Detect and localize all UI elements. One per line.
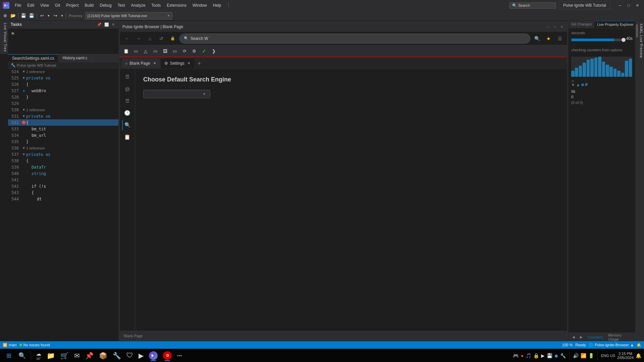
tb-undo-dropdown[interactable]: ▼: [46, 12, 51, 19]
bt2-image-btn[interactable]: 🖼: [161, 47, 169, 55]
tray-notification-icon[interactable]: 🔔: [636, 353, 641, 358]
bt2-settings-btn[interactable]: ⚙: [190, 47, 199, 55]
taskbar-package[interactable]: 📦: [97, 350, 109, 362]
status-notification-bell[interactable]: 🔔: [637, 343, 641, 347]
rp-tab-git[interactable]: Git Changes: [569, 21, 594, 28]
start-button[interactable]: ⊞: [3, 350, 15, 362]
tasks-pin-btn[interactable]: 📌: [96, 22, 103, 27]
filter-icon[interactable]: ▼: [571, 83, 575, 87]
nav-back-btn[interactable]: ←: [122, 34, 132, 43]
status-issues-btn[interactable]: No issues found: [19, 343, 50, 347]
menu-analyze[interactable]: Analyze: [128, 2, 148, 9]
menu-file[interactable]: File: [12, 2, 24, 9]
taskbar-defender[interactable]: 🛡: [124, 350, 135, 362]
browser-search-btn[interactable]: 🔍: [532, 34, 542, 43]
search-engine-dropdown[interactable]: ▼: [143, 90, 210, 98]
bt2-close-btn[interactable]: ❯: [209, 47, 218, 55]
code-editor[interactable]: 524 ▼ 1 reference 525 ▼ private vo 526 {…: [8, 68, 118, 341]
menu-extensions[interactable]: Extensions: [164, 2, 189, 9]
tray-icon-red[interactable]: ●: [521, 353, 523, 358]
tray-icon-play[interactable]: ▶: [541, 353, 545, 358]
tasks-close-btn[interactable]: ✕: [111, 22, 116, 27]
bs-at-btn[interactable]: @: [122, 83, 133, 94]
tb-new-btn[interactable]: ⊕: [1, 12, 9, 19]
right-scrollbar[interactable]: [635, 21, 638, 341]
tray-icon-blue[interactable]: ◆: [554, 353, 558, 358]
taskbar-tasks[interactable]: 📌: [83, 350, 96, 362]
taskbar-search-btn[interactable]: 🔍: [16, 350, 28, 362]
browser-close-btn[interactable]: ✕: [559, 24, 565, 29]
status-zoom[interactable]: 100 %: [562, 343, 573, 347]
tray-icon-tools[interactable]: 🔧: [560, 353, 566, 358]
bs-list-btn[interactable]: ☰: [122, 96, 133, 106]
taskbar-weather[interactable]: ☁ 16°: [34, 350, 43, 362]
tray-language[interactable]: ENG US: [601, 354, 615, 358]
bs-history-btn[interactable]: 🕐: [122, 108, 133, 118]
xaml-live-preview-tab[interactable]: XAML Live Preview: [638, 21, 644, 341]
tb-undo-btn[interactable]: ↩: [38, 12, 46, 19]
taskbar-vs[interactable]: [147, 350, 160, 362]
tb-saveall-btn[interactable]: 💾: [28, 12, 35, 19]
tray-battery-icon[interactable]: 🔋: [588, 353, 594, 358]
tb-save-btn[interactable]: 💾: [20, 12, 27, 19]
tray-icon-audio[interactable]: 🎵: [526, 353, 531, 358]
taskbar-tools2[interactable]: 🔧: [111, 350, 123, 362]
new-tab-btn[interactable]: +: [195, 59, 203, 67]
file-tab-history[interactable]: History.xaml.c: [58, 54, 92, 62]
blank-tab-close[interactable]: ✕: [152, 61, 157, 66]
menu-project[interactable]: Project: [63, 2, 81, 9]
nav-refresh-btn[interactable]: ↺: [157, 34, 166, 43]
settings-tab-close[interactable]: ✕: [186, 61, 191, 66]
tasks-float-btn[interactable]: ⬜: [103, 22, 110, 27]
menu-help[interactable]: Help: [210, 2, 224, 9]
menu-view[interactable]: View: [38, 2, 52, 9]
menu-debug[interactable]: Debug: [97, 2, 114, 9]
counters-btn[interactable]: Counters: [587, 335, 604, 339]
taskbar-media[interactable]: ▶: [137, 350, 146, 362]
rp-tab-property[interactable]: Live Property Explorer: [594, 21, 636, 28]
taskbar-explorer[interactable]: 📁: [45, 350, 57, 362]
menu-test[interactable]: Test: [115, 2, 128, 9]
vs-minimize-btn[interactable]: ─: [616, 1, 624, 9]
browser-fav-btn[interactable]: ★: [544, 34, 553, 43]
memory-usage-btn[interactable]: Memory Usage: [607, 333, 633, 341]
bs-search-btn[interactable]: 🔍: [122, 120, 133, 130]
browser-menu-btn[interactable]: ☰: [555, 34, 565, 43]
vs-close-btn[interactable]: ✕: [633, 1, 641, 9]
tray-icon-lock[interactable]: 🔒: [533, 353, 539, 358]
browser-minimize-btn[interactable]: ─: [546, 24, 551, 29]
bs-bookmark-btn[interactable]: 📋: [122, 132, 133, 142]
menu-edit[interactable]: Edit: [24, 2, 37, 9]
status-pulse-browser[interactable]: 🌐 Pulse-Ignite-Browser ▲: [589, 343, 634, 347]
bt2-copy-btn[interactable]: 📋: [122, 47, 130, 55]
tray-network-icon[interactable]: 📶: [581, 353, 586, 358]
bt2-check-btn[interactable]: ✓: [200, 47, 208, 55]
menu-tools[interactable]: Tools: [149, 2, 163, 9]
tray-icon-save[interactable]: 💾: [547, 353, 552, 358]
bt2-cursor-btn[interactable]: △: [141, 47, 150, 55]
live-visual-tree-tab[interactable]: Live Visual Tree: [0, 21, 8, 54]
tray-volume-icon[interactable]: 🔊: [573, 353, 579, 358]
tb-open-btn[interactable]: 📂: [9, 12, 17, 19]
tray-icon-gpu[interactable]: 🎮: [513, 353, 519, 358]
nav-left-btn[interactable]: ◀: [571, 335, 576, 340]
menu-window[interactable]: Window: [190, 2, 210, 9]
tray-clock[interactable]: 2:15 PM 2/05/2024: [617, 352, 634, 360]
process-dropdown[interactable]: [13160] Pulse Ignite WB Tutorial.exe ▼: [85, 12, 172, 19]
browser-tab-settings[interactable]: ⚙ Settings ✕: [161, 58, 195, 68]
nav-right-btn[interactable]: ▶: [579, 335, 584, 340]
browser-address-bar[interactable]: 🔍 Search W: [179, 34, 530, 44]
browser-tab-blank[interactable]: ○ Blank Page ✕: [122, 58, 160, 68]
nav-home-btn[interactable]: ⌂: [145, 34, 155, 43]
vs-maximize-btn[interactable]: □: [625, 1, 633, 9]
taskbar-store[interactable]: 🛒: [58, 350, 71, 362]
tb-redo-btn[interactable]: ↪: [52, 12, 59, 19]
vs-search-box[interactable]: 🔍 Search: [509, 2, 556, 9]
nav-forward-btn[interactable]: →: [134, 34, 143, 43]
file-tab-searchsettings[interactable]: SearchSettings.xaml.cs: [8, 54, 58, 62]
slider-thumb[interactable]: [622, 38, 626, 42]
taskbar-app1[interactable]: ⊙: [161, 350, 174, 362]
bt2-rect2-btn[interactable]: ▭: [151, 47, 160, 55]
menu-git[interactable]: Git: [52, 2, 63, 9]
tb-redo-dropdown[interactable]: ▼: [60, 12, 64, 19]
